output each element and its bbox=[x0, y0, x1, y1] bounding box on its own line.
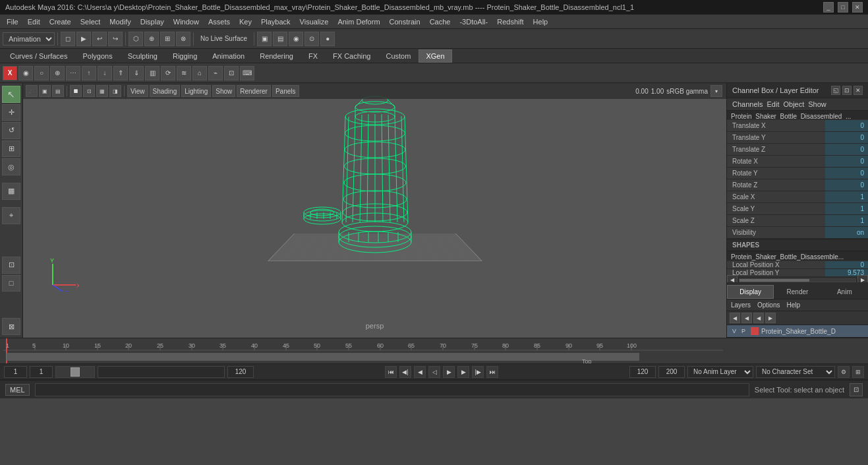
toolbar-btn-1[interactable]: ◻ bbox=[61, 32, 75, 46]
shelf-btn-13[interactable]: ⌂ bbox=[192, 66, 207, 80]
menu-create[interactable]: Create bbox=[45, 16, 75, 27]
channel-box-scrollbar[interactable]: ◀ ▶ bbox=[727, 277, 868, 282]
toolbar-btn-6[interactable]: ⊕ bbox=[144, 32, 159, 46]
soft-mod-tool[interactable]: ▦ bbox=[2, 183, 20, 200]
shading-menu-btn[interactable]: Shading bbox=[150, 85, 181, 97]
toolbar-btn-9[interactable]: ▣ bbox=[257, 32, 272, 46]
tab-sculpting[interactable]: Sculpting bbox=[121, 49, 165, 63]
close-button[interactable]: ✕ bbox=[852, 2, 863, 13]
shelf-btn-12[interactable]: ≋ bbox=[177, 66, 191, 80]
renderer-menu-btn[interactable]: Renderer bbox=[237, 85, 271, 97]
scroll-track[interactable] bbox=[739, 278, 856, 282]
shelf-btn-4[interactable]: ⊕ bbox=[50, 66, 65, 80]
vp-btn-3[interactable]: ▤ bbox=[52, 85, 64, 97]
tab-fx[interactable]: FX bbox=[301, 49, 325, 63]
cb-channels-menu[interactable]: Channels bbox=[732, 100, 763, 108]
shelf-btn-16[interactable]: ⌨ bbox=[240, 66, 254, 80]
playback-start-input[interactable] bbox=[629, 366, 656, 378]
menu-visualize[interactable]: Visualize bbox=[296, 16, 333, 27]
next-frame-btn[interactable]: ▶ bbox=[457, 366, 469, 378]
shelf-btn-8[interactable]: ⇑ bbox=[113, 66, 128, 80]
panels-menu-btn[interactable]: Panels bbox=[272, 85, 299, 97]
menu-key[interactable]: Key bbox=[235, 16, 256, 27]
prev-key-btn[interactable]: ◀| bbox=[399, 366, 411, 378]
menu-select[interactable]: Select bbox=[76, 16, 105, 27]
char-set-select[interactable]: No Character Set bbox=[756, 366, 835, 378]
layer-options-menu[interactable]: Options bbox=[757, 301, 780, 309]
toolbar-btn-7[interactable]: ⊞ bbox=[160, 32, 175, 46]
layer-add-btn[interactable]: ◀ bbox=[730, 313, 740, 323]
layer-color-swatch[interactable] bbox=[751, 327, 759, 335]
menu-redshift[interactable]: Redshift bbox=[493, 16, 527, 27]
layer-playback-btn[interactable]: P bbox=[739, 326, 748, 336]
menu-constrain[interactable]: Constrain bbox=[386, 16, 424, 27]
shelf-btn-x[interactable]: X bbox=[3, 66, 17, 80]
shelf-btn-6[interactable]: ↑ bbox=[82, 66, 96, 80]
layer-help-menu[interactable]: Help bbox=[786, 301, 800, 309]
menu-file[interactable]: File bbox=[3, 16, 22, 27]
mel-input[interactable] bbox=[35, 383, 749, 396]
shelf-btn-14[interactable]: ⌁ bbox=[208, 66, 223, 80]
maximize-button[interactable]: □ bbox=[838, 2, 848, 13]
toolbar-btn-13[interactable]: ● bbox=[320, 32, 335, 46]
universal-tool[interactable]: ◎ bbox=[2, 158, 20, 175]
shelf-btn-10[interactable]: ▥ bbox=[145, 66, 159, 80]
tab-animation[interactable]: Animation bbox=[205, 49, 252, 63]
current-frame-input[interactable] bbox=[30, 366, 53, 378]
toolbar-btn-11[interactable]: ◉ bbox=[289, 32, 303, 46]
menu-help[interactable]: Help bbox=[529, 16, 552, 27]
anim-options-btn[interactable]: ⊞ bbox=[852, 366, 864, 378]
move-tool[interactable]: ✛ bbox=[2, 104, 20, 121]
tab-anim[interactable]: Anim bbox=[821, 285, 868, 299]
start-frame-input[interactable] bbox=[4, 366, 27, 378]
mode-dropdown[interactable]: Animation Modeling Rigging bbox=[3, 32, 55, 46]
end-frame-input[interactable] bbox=[227, 366, 254, 378]
frame-scrubber[interactable] bbox=[98, 366, 225, 378]
tab-display[interactable]: Display bbox=[727, 285, 774, 299]
last-tool[interactable]: ⊠ bbox=[2, 318, 20, 335]
shelf-btn-5[interactable]: ⋯ bbox=[66, 66, 80, 80]
menu-window[interactable]: Window bbox=[169, 16, 203, 27]
tab-rigging[interactable]: Rigging bbox=[165, 49, 204, 63]
menu-modify[interactable]: Modify bbox=[105, 16, 134, 27]
playback-end-input[interactable] bbox=[658, 366, 685, 378]
menu-cache[interactable]: Cache bbox=[426, 16, 455, 27]
tab-xgen[interactable]: XGen bbox=[419, 49, 451, 63]
toolbar-btn-10[interactable]: ▤ bbox=[273, 32, 287, 46]
cb-edit-menu[interactable]: Edit bbox=[767, 100, 779, 108]
toolbar-btn-8[interactable]: ⊗ bbox=[176, 32, 190, 46]
toolbar-btn-5[interactable]: ⬡ bbox=[129, 32, 143, 46]
tab-polygons[interactable]: Polygons bbox=[75, 49, 119, 63]
timeline[interactable]: 1 5 10 15 20 25 30 35 40 45 50 bbox=[0, 338, 868, 364]
scale-tool[interactable]: ⊞ bbox=[2, 140, 20, 158]
select-tool[interactable]: ↖ bbox=[2, 86, 20, 103]
go-to-end-btn[interactable]: ⏭ bbox=[486, 366, 498, 378]
tab-render[interactable]: Render bbox=[774, 285, 821, 299]
cb-float-btn[interactable]: ⊡ bbox=[842, 86, 852, 95]
rotate-tool[interactable]: ↺ bbox=[2, 122, 20, 139]
scroll-thumb[interactable] bbox=[739, 279, 809, 282]
layer-btn-4[interactable]: ▶ bbox=[765, 313, 776, 323]
show-menu-btn[interactable]: Show bbox=[212, 85, 235, 97]
anim-prefs-btn[interactable]: ⚙ bbox=[838, 366, 850, 378]
toolbar-btn-2[interactable]: ▶ bbox=[76, 32, 91, 46]
viewport[interactable]: 🎥 ▣ ▤ 🔲 ⊡ ▦ ◨ View Shading Lighting Show… bbox=[23, 83, 726, 338]
shelf-btn-15[interactable]: ⊡ bbox=[224, 66, 239, 80]
view-menu-btn[interactable]: View bbox=[127, 85, 148, 97]
layers-menu[interactable]: Layers bbox=[731, 301, 751, 309]
cb-close-btn[interactable]: ✕ bbox=[854, 86, 863, 95]
shelf-btn-3[interactable]: ○ bbox=[34, 66, 49, 80]
prev-frame-btn[interactable]: ◀ bbox=[414, 366, 426, 378]
anim-layer-select[interactable]: No Anim Layer bbox=[687, 366, 753, 378]
shelf-btn-7[interactable]: ↓ bbox=[98, 66, 112, 80]
play-btn[interactable]: ▶ bbox=[443, 366, 455, 378]
toolbar-btn-3[interactable]: ↩ bbox=[92, 32, 107, 46]
vp-btn-4[interactable]: 🔲 bbox=[70, 85, 82, 97]
layer-add-anim-btn[interactable]: ◀ bbox=[741, 313, 752, 323]
layer-remove-btn[interactable]: ◀ bbox=[753, 313, 764, 323]
menu-3dtoall[interactable]: -3DtoAll- bbox=[455, 16, 492, 27]
vp-btn-7[interactable]: ◨ bbox=[109, 85, 121, 97]
cb-object-menu[interactable]: Object bbox=[783, 100, 804, 108]
tab-curves-surfaces[interactable]: Curves / Surfaces bbox=[3, 49, 74, 63]
play-back-btn[interactable]: ◁ bbox=[428, 366, 440, 378]
